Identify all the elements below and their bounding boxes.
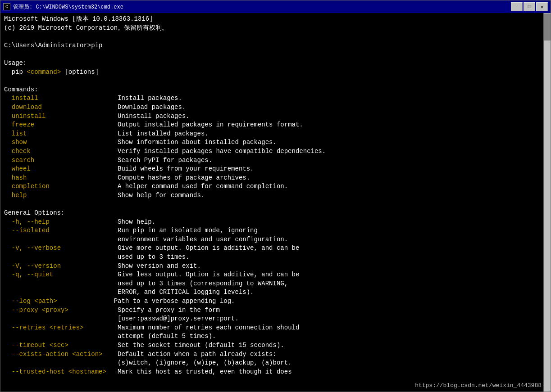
maximize-button[interactable]: □ <box>524 2 535 11</box>
close-button[interactable]: ✕ <box>536 2 548 11</box>
title-bar: C 管理员: C:\WINDOWS\system32\cmd.exe — □ ✕ <box>0 0 551 13</box>
cmd-icon: C <box>3 3 10 10</box>
title-bar-left: C 管理员: C:\WINDOWS\system32\cmd.exe <box>3 3 123 11</box>
cmd-window: C 管理员: C:\WINDOWS\system32\cmd.exe — □ ✕… <box>0 0 551 392</box>
terminal-content[interactable]: Microsoft Windows [版本 10.0.18363.1316] (… <box>0 13 551 392</box>
scrollbar[interactable] <box>543 13 551 392</box>
scrollbar-thumb[interactable] <box>544 14 551 41</box>
watermark: https://blog.csdn.net/weixin_4443988 <box>415 382 542 389</box>
window-controls: — □ ✕ <box>511 2 548 11</box>
minimize-button[interactable]: — <box>511 2 523 11</box>
terminal-output: Microsoft Windows [版本 10.0.18363.1316] (… <box>4 15 547 376</box>
window-title: 管理员: C:\WINDOWS\system32\cmd.exe <box>13 3 123 11</box>
